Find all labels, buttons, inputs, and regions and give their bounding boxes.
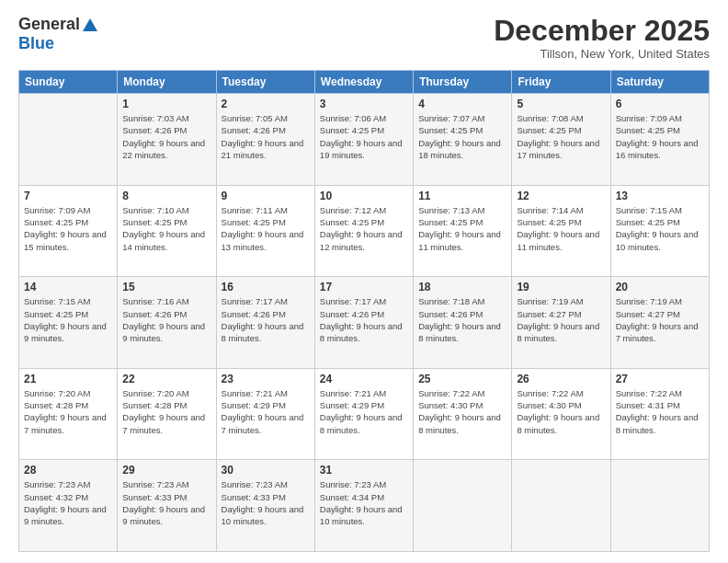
table-row: 8 Sunrise: 7:10 AMSunset: 4:25 PMDayligh… — [118, 185, 216, 277]
cell-info: Sunrise: 7:12 AMSunset: 4:25 PMDaylight:… — [320, 204, 408, 253]
cell-day-number: 13 — [616, 190, 704, 202]
logo-blue-text: Blue — [18, 34, 54, 52]
cell-info: Sunrise: 7:22 AMSunset: 4:31 PMDaylight:… — [616, 387, 704, 436]
cell-info: Sunrise: 7:23 AMSunset: 4:32 PMDaylight:… — [24, 478, 112, 527]
table-row: 13 Sunrise: 7:15 AMSunset: 4:25 PMDaylig… — [610, 185, 709, 277]
table-row: 30 Sunrise: 7:23 AMSunset: 4:33 PMDaylig… — [216, 460, 314, 552]
cell-info: Sunrise: 7:15 AMSunset: 4:25 PMDaylight:… — [24, 295, 112, 344]
cell-day-number: 26 — [517, 373, 605, 385]
table-row: 14 Sunrise: 7:15 AMSunset: 4:25 PMDaylig… — [19, 277, 118, 369]
calendar-table: Sunday Monday Tuesday Wednesday Thursday… — [18, 70, 710, 552]
cell-day-number: 3 — [320, 98, 408, 110]
header: General Blue December 2025 Tillson, New … — [18, 15, 710, 61]
cell-day-number: 4 — [418, 98, 506, 110]
cell-day-number: 5 — [517, 98, 605, 110]
cell-day-number: 14 — [24, 281, 112, 293]
table-row: 22 Sunrise: 7:20 AMSunset: 4:28 PMDaylig… — [118, 368, 216, 460]
cell-info: Sunrise: 7:19 AMSunset: 4:27 PMDaylight:… — [517, 295, 605, 344]
cell-info: Sunrise: 7:21 AMSunset: 4:29 PMDaylight:… — [320, 387, 408, 436]
cell-info: Sunrise: 7:18 AMSunset: 4:26 PMDaylight:… — [418, 295, 506, 344]
table-row: 3 Sunrise: 7:06 AMSunset: 4:25 PMDayligh… — [314, 94, 413, 186]
cell-info: Sunrise: 7:23 AMSunset: 4:34 PMDaylight:… — [320, 478, 408, 527]
logo-triangle-icon — [82, 17, 98, 33]
table-row — [19, 94, 118, 186]
cell-day-number: 18 — [418, 281, 506, 293]
cell-day-number: 30 — [222, 464, 310, 477]
table-row: 6 Sunrise: 7:09 AMSunset: 4:25 PMDayligh… — [610, 94, 709, 186]
cell-info: Sunrise: 7:07 AMSunset: 4:25 PMDaylight:… — [418, 112, 506, 161]
cell-day-number: 1 — [122, 98, 210, 110]
col-saturday: Saturday — [610, 71, 709, 94]
cell-info: Sunrise: 7:20 AMSunset: 4:28 PMDaylight:… — [24, 387, 112, 436]
cell-day-number: 9 — [222, 190, 310, 202]
cell-day-number: 17 — [320, 281, 408, 293]
cell-day-number: 8 — [122, 190, 210, 202]
cell-day-number: 22 — [122, 373, 210, 385]
cell-day-number: 7 — [24, 190, 112, 202]
cell-day-number: 21 — [24, 373, 112, 385]
cell-info: Sunrise: 7:19 AMSunset: 4:27 PMDaylight:… — [616, 295, 704, 344]
cell-info: Sunrise: 7:22 AMSunset: 4:30 PMDaylight:… — [517, 387, 605, 436]
table-row: 10 Sunrise: 7:12 AMSunset: 4:25 PMDaylig… — [314, 185, 413, 277]
col-sunday: Sunday — [19, 71, 118, 94]
table-row — [512, 460, 610, 552]
table-row: 26 Sunrise: 7:22 AMSunset: 4:30 PMDaylig… — [512, 368, 610, 460]
cell-info: Sunrise: 7:22 AMSunset: 4:30 PMDaylight:… — [418, 387, 506, 436]
cell-info: Sunrise: 7:17 AMSunset: 4:26 PMDaylight:… — [320, 295, 408, 344]
cell-day-number: 16 — [222, 281, 310, 293]
cell-info: Sunrise: 7:15 AMSunset: 4:25 PMDaylight:… — [616, 204, 704, 253]
table-row: 24 Sunrise: 7:21 AMSunset: 4:29 PMDaylig… — [314, 368, 413, 460]
table-row: 23 Sunrise: 7:21 AMSunset: 4:29 PMDaylig… — [216, 368, 314, 460]
calendar-week-row: 7 Sunrise: 7:09 AMSunset: 4:25 PMDayligh… — [19, 185, 710, 277]
calendar-header-row: Sunday Monday Tuesday Wednesday Thursday… — [19, 71, 710, 94]
calendar-week-row: 21 Sunrise: 7:20 AMSunset: 4:28 PMDaylig… — [19, 368, 710, 460]
table-row: 19 Sunrise: 7:19 AMSunset: 4:27 PMDaylig… — [512, 277, 610, 369]
cell-info: Sunrise: 7:10 AMSunset: 4:25 PMDaylight:… — [122, 204, 210, 253]
cell-info: Sunrise: 7:03 AMSunset: 4:26 PMDaylight:… — [122, 112, 210, 161]
table-row: 31 Sunrise: 7:23 AMSunset: 4:34 PMDaylig… — [314, 460, 413, 552]
cell-info: Sunrise: 7:17 AMSunset: 4:26 PMDaylight:… — [222, 295, 310, 344]
table-row — [610, 460, 709, 552]
cell-info: Sunrise: 7:06 AMSunset: 4:25 PMDaylight:… — [320, 112, 408, 161]
cell-day-number: 28 — [24, 464, 112, 477]
cell-day-number: 15 — [122, 281, 210, 293]
calendar-week-row: 1 Sunrise: 7:03 AMSunset: 4:26 PMDayligh… — [19, 94, 710, 186]
cell-day-number: 25 — [418, 373, 506, 385]
cell-day-number: 20 — [616, 281, 704, 293]
cell-day-number: 2 — [222, 98, 310, 110]
cell-day-number: 11 — [418, 190, 506, 202]
logo-general-text: General — [18, 15, 80, 34]
page: General Blue December 2025 Tillson, New … — [0, 0, 728, 563]
header-right: December 2025 Tillson, New York, United … — [494, 15, 710, 61]
cell-info: Sunrise: 7:14 AMSunset: 4:25 PMDaylight:… — [517, 204, 605, 253]
cell-day-number: 19 — [517, 281, 605, 293]
table-row: 17 Sunrise: 7:17 AMSunset: 4:26 PMDaylig… — [314, 277, 413, 369]
table-row: 25 Sunrise: 7:22 AMSunset: 4:30 PMDaylig… — [414, 368, 512, 460]
table-row: 28 Sunrise: 7:23 AMSunset: 4:32 PMDaylig… — [19, 460, 118, 552]
col-tuesday: Tuesday — [216, 71, 314, 94]
table-row: 2 Sunrise: 7:05 AMSunset: 4:26 PMDayligh… — [216, 94, 314, 186]
calendar-week-row: 14 Sunrise: 7:15 AMSunset: 4:25 PMDaylig… — [19, 277, 710, 369]
table-row: 5 Sunrise: 7:08 AMSunset: 4:25 PMDayligh… — [512, 94, 610, 186]
table-row: 12 Sunrise: 7:14 AMSunset: 4:25 PMDaylig… — [512, 185, 610, 277]
cell-day-number: 10 — [320, 190, 408, 202]
table-row: 11 Sunrise: 7:13 AMSunset: 4:25 PMDaylig… — [414, 185, 512, 277]
table-row: 21 Sunrise: 7:20 AMSunset: 4:28 PMDaylig… — [19, 368, 118, 460]
col-monday: Monday — [118, 71, 216, 94]
cell-info: Sunrise: 7:08 AMSunset: 4:25 PMDaylight:… — [517, 112, 605, 161]
table-row: 15 Sunrise: 7:16 AMSunset: 4:26 PMDaylig… — [118, 277, 216, 369]
table-row: 1 Sunrise: 7:03 AMSunset: 4:26 PMDayligh… — [118, 94, 216, 186]
cell-day-number: 12 — [517, 190, 605, 202]
cell-info: Sunrise: 7:13 AMSunset: 4:25 PMDaylight:… — [418, 204, 506, 253]
cell-day-number: 6 — [616, 98, 704, 110]
table-row: 7 Sunrise: 7:09 AMSunset: 4:25 PMDayligh… — [19, 185, 118, 277]
cell-info: Sunrise: 7:09 AMSunset: 4:25 PMDaylight:… — [616, 112, 704, 161]
calendar-week-row: 28 Sunrise: 7:23 AMSunset: 4:32 PMDaylig… — [19, 460, 710, 552]
month-title: December 2025 — [494, 15, 710, 47]
table-row: 9 Sunrise: 7:11 AMSunset: 4:25 PMDayligh… — [216, 185, 314, 277]
col-thursday: Thursday — [414, 71, 512, 94]
cell-info: Sunrise: 7:23 AMSunset: 4:33 PMDaylight:… — [122, 478, 210, 527]
logo: General Blue — [18, 15, 98, 53]
cell-day-number: 27 — [616, 373, 704, 385]
location: Tillson, New York, United States — [494, 47, 710, 61]
